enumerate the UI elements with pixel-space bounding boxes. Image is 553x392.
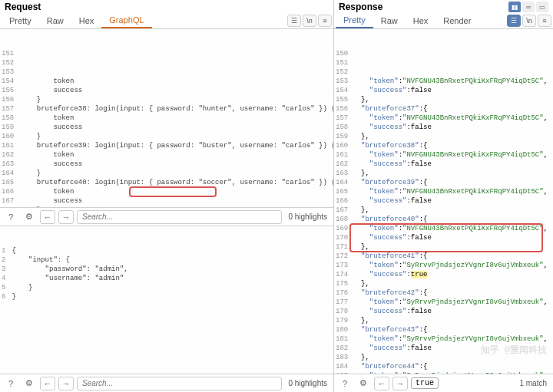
response-pane: ▮▮ ═ ▭ Response Pretty Raw Hex Render ☰ … — [334, 0, 553, 392]
tab-resp-raw[interactable]: Raw — [373, 14, 406, 28]
request-title: Request — [0, 0, 333, 12]
tab-hex[interactable]: Hex — [71, 14, 102, 28]
tab-pretty[interactable]: Pretty — [2, 14, 39, 28]
tab-raw[interactable]: Raw — [39, 14, 71, 28]
resp-tool-3[interactable]: ≡ — [538, 15, 551, 27]
response-code[interactable]: 1501511521531541551561571581591601611621… — [334, 29, 553, 374]
tab-resp-pretty[interactable]: Pretty — [336, 13, 373, 28]
tool-button-3[interactable]: ≡ — [318, 15, 332, 27]
resp-gear-icon[interactable]: ⚙ — [356, 377, 371, 390]
search-input-lower[interactable] — [77, 377, 282, 390]
highlights-count-lower: 0 highlights — [285, 379, 330, 387]
nav-left-icon-lower[interactable]: ← — [40, 377, 55, 390]
request-code-upper[interactable]: 1511521531541551561571581591601611621631… — [0, 29, 333, 207]
nav-right-icon-lower[interactable]: → — [58, 377, 74, 390]
gear-icon-lower[interactable]: ⚙ — [22, 377, 37, 390]
search-input-upper[interactable] — [77, 210, 282, 224]
match-count: 1 match — [516, 379, 550, 387]
help-icon-lower[interactable]: ? — [3, 377, 18, 390]
view-mode-split-icon[interactable]: ▮▮ — [508, 2, 521, 12]
request-tabs: Pretty Raw Hex GraphQL ☰ \n ≡ — [0, 12, 333, 29]
gear-icon[interactable]: ⚙ — [22, 210, 37, 224]
response-footer: ? ⚙ ← → true 1 match — [334, 374, 553, 392]
view-mode-single-icon[interactable]: ▭ — [536, 2, 548, 12]
response-tabs: Pretty Raw Hex Render ☰ \n ≡ — [334, 12, 553, 29]
tool-button-1[interactable]: ☰ — [287, 15, 301, 27]
tab-resp-render[interactable]: Render — [435, 14, 478, 28]
tool-newline-icon[interactable]: \n — [303, 15, 316, 27]
resp-newline-icon[interactable]: \n — [522, 15, 536, 27]
help-icon[interactable]: ? — [3, 210, 18, 224]
resp-nav-left-icon[interactable]: ← — [374, 377, 389, 390]
request-footer: ? ⚙ ← → 0 highlights — [0, 374, 333, 392]
resp-tool-icon[interactable]: ☰ — [507, 15, 521, 27]
tab-resp-hex[interactable]: Hex — [406, 14, 436, 28]
view-mode-horizontal-icon[interactable]: ═ — [522, 2, 535, 12]
request-pane: Request Pretty Raw Hex GraphQL ☰ \n ≡ 15… — [0, 0, 334, 392]
search-input-response[interactable]: true — [411, 377, 439, 389]
request-mid-toolbar: ? ⚙ ← → 0 highlights — [0, 207, 333, 226]
tab-graphql[interactable]: GraphQL — [101, 13, 151, 28]
resp-help-icon[interactable]: ? — [337, 377, 353, 390]
nav-right-icon[interactable]: → — [58, 210, 74, 224]
highlights-count-upper: 0 highlights — [285, 212, 330, 221]
nav-left-icon[interactable]: ← — [40, 210, 55, 224]
request-code-lower[interactable]: 123456 { "input": { "password": "admin",… — [0, 226, 333, 374]
resp-nav-right-icon[interactable]: → — [392, 377, 408, 390]
